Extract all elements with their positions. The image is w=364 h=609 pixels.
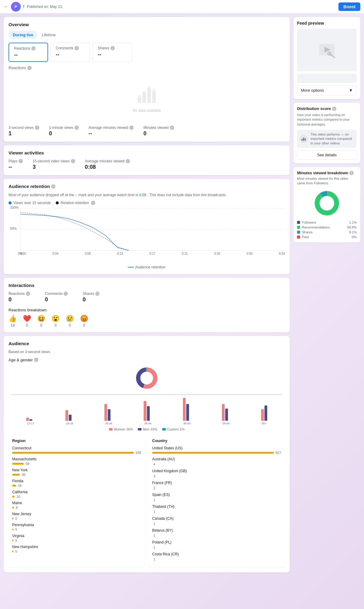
emoji-angry: 😡 0 [80,315,88,328]
bar-men [186,404,189,421]
region-new-hampshire: New Hampshire 5 [12,545,141,553]
age-gender-label: Age & gender i [9,358,285,362]
bar-group-25-34 [89,404,126,421]
plays-item: Plays i -- [9,159,23,170]
relative-info[interactable]: i [91,201,95,205]
minutes-donut [297,189,357,217]
svg-rect-3 [152,91,156,103]
svg-point-6 [148,86,150,88]
tab-during-live[interactable]: During live [9,31,37,39]
empty-text: No data available [133,108,161,113]
int-comments-info[interactable]: i [64,292,68,296]
bar-group-35-44 [128,401,165,421]
bar-women [26,418,29,421]
reactions-section-info[interactable]: i [27,66,32,70]
audience-card: Audience Based on 3-second views Age & g… [4,336,290,572]
relative-dot [56,201,59,204]
avg-min-info-icon[interactable]: i [129,126,134,130]
chart-x-labels: 0:00 0:04 0:09 0:13 0:17 0:21 0:26 0:30 … [20,252,285,255]
reactions-info-icon[interactable]: i [31,46,36,51]
region-maine: Maine 8 [12,501,141,509]
interactions-card: Interactions Reactions i 0 Comments i 0 [4,278,290,332]
feed-preview-card: Feed preview More options ▼ [293,17,360,99]
country-es: Spain (ES) 1 [152,493,281,502]
minutes-legend: Followers 1.1% Recommendations 90.8% Sha… [297,221,357,239]
donut-svg [135,366,159,390]
see-details-button[interactable]: See details [297,150,357,160]
svg-rect-1 [142,92,146,103]
chart-bar-icon [301,136,306,141]
bar-group-18-24 [50,410,87,421]
region-new-jersey: New Jersey 5 [12,512,141,520]
viewer-activities-card: Viewer activities Plays i -- 15-second v… [4,145,290,175]
bar-men [147,406,150,421]
boost-button[interactable]: Boost [338,2,360,11]
int-reactions-info[interactable]: i [26,292,30,296]
country-ca: Canada (CA) 1 [152,516,281,526]
views-row: 3-second views i 1 1-minute views i 0 Av… [9,126,285,137]
legend-men: Men 43% [138,427,157,431]
bar-women [222,404,225,421]
int-reactions: Reactions i 0 [9,292,30,303]
minutes-title: Minutes viewed breakdown i [297,171,357,175]
audience-desc: Based on 3-second views [9,350,285,354]
feed-preview-blurred [297,74,357,83]
minutes-viewed: Minutes viewed i 0 [143,126,174,137]
svg-point-5 [143,90,145,93]
plays-info[interactable]: i [19,159,23,163]
region-florida: Florida 18 [12,479,141,487]
region-pennsylvania: Pennsylvania 5 [12,523,141,531]
retention-info[interactable]: i [51,184,55,189]
bar-x-labels: 13-17 18-24 25-34 35-44 45-54 55-64 65+ [11,422,282,425]
svg-rect-0 [138,97,141,103]
dist-metric-text: This video performs — on important metri… [310,132,354,145]
minutes-donut-svg [313,189,341,217]
1min-info-icon[interactable]: i [75,126,79,130]
age-gender-donut [9,366,285,390]
comments-stat: Comments i -- [51,43,90,62]
svg-rect-2 [147,88,151,103]
country-au: Australia (AU) 4 [152,457,281,466]
age-gender-info[interactable]: i [34,358,38,362]
region-massachusetts: Massachusetts 58 [12,457,141,466]
country-cr: Costa Rica (CR) 1 [152,552,281,561]
bar-men [108,409,110,421]
tab-lifetime[interactable]: Lifetime [37,31,60,39]
retention-title: Audience retention i [9,184,285,189]
retention-desc: Most of your audience dropped off at the… [9,193,285,198]
dist-info-icon[interactable]: i [332,107,336,111]
overview-title: Overview [9,22,285,27]
shares-stat: Shares i -- [93,43,132,62]
feed-preview-title: Feed preview [297,21,357,26]
3sec-info-icon[interactable]: i [35,126,39,130]
audience-retention-footer: Audience retention [9,265,285,269]
svg-point-7 [153,89,155,91]
more-options-button[interactable]: More options ▼ [297,85,357,95]
emoji-like: 👍 19 [9,315,17,328]
svg-rect-17 [303,138,304,141]
avg-act-info[interactable]: i [126,159,130,163]
minutes-info-icon[interactable]: i [349,171,354,175]
retention-svg [20,208,285,250]
int-shares-info[interactable]: i [95,292,100,296]
region-connecticut: Connecticut 638 [12,446,141,455]
reactions-label: Reactions [14,46,30,51]
viewer-activities-title: Viewer activities [9,150,285,155]
bar-men [69,415,72,421]
3sec-value: 1 [9,130,39,137]
retention-chart: 100% 50% 0% 0:00 0:04 0:09 0:13 [9,208,285,263]
min-viewed-info-icon[interactable]: i [170,126,174,130]
bar-chart-section: 13-17 18-24 25-34 35-44 45-54 55-64 65+ [9,394,285,425]
back-button[interactable]: ← [4,4,9,9]
bar-group-45-54 [167,398,204,421]
interactions-title: Interactions [9,283,285,288]
15sec-info[interactable]: i [71,159,75,163]
breakdown-title: Reactions breakdown [9,308,285,312]
shares-value: -- [98,51,127,58]
right-panel: Feed preview More options ▼ Distribution… [293,17,360,572]
shares-info-icon[interactable]: i [110,46,115,50]
bar-groups [11,396,282,421]
comments-info-icon[interactable]: i [75,46,79,50]
emoji-row: 👍 19 ❤️ 0 😆 0 😮 0 😢 0 [9,315,285,328]
bar-women [104,404,107,421]
